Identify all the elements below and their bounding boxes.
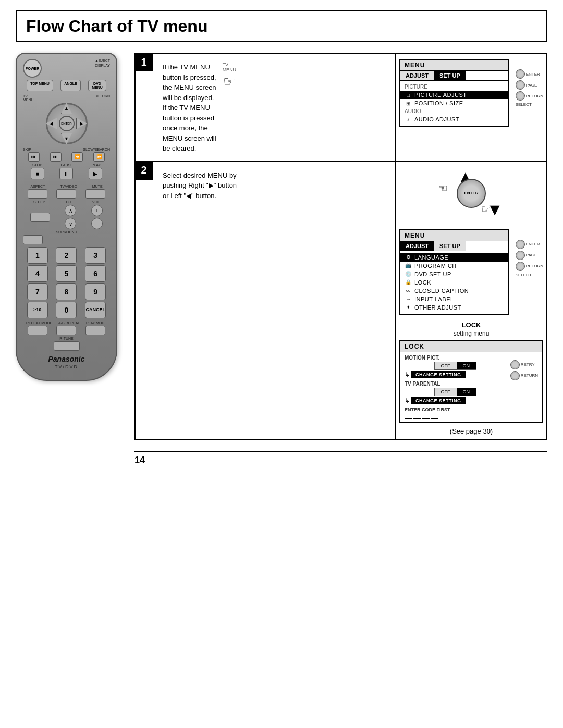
menu-setup-screen-container: MENU ADJUST SET UP — [399, 229, 512, 315]
power-label: POWER — [26, 67, 39, 70]
program-ch-item[interactable]: 📺 PROGRAM CH — [400, 262, 508, 270]
play-mode-button[interactable] — [85, 326, 105, 335]
other-adjust-icon: ✦ — [405, 304, 412, 310]
num-0-button[interactable]: 0 — [56, 302, 77, 318]
select-nav-item: SELECT — [516, 102, 543, 107]
num-6-button[interactable]: 6 — [85, 265, 106, 282]
vol-down-button[interactable]: − — [91, 218, 103, 229]
sleep-button[interactable] — [30, 213, 50, 222]
num-2-button[interactable]: 2 — [56, 247, 77, 264]
setup-tab[interactable]: SET UP — [434, 71, 466, 80]
position-size-item[interactable]: ⊞ POSITION / SIZE — [400, 99, 508, 107]
motion-on-label: ON — [463, 363, 470, 368]
adjust-tab[interactable]: ADJUST — [400, 71, 434, 80]
top-menu-button[interactable]: TOP MENU — [27, 80, 53, 91]
ab-repeat-button[interactable] — [56, 326, 76, 335]
pause-button[interactable]: ⏸ — [59, 168, 73, 179]
motion-off-label: OFF — [441, 363, 450, 368]
num-9-button[interactable]: 9 — [85, 283, 106, 300]
eject-label: ▲EJECT — [95, 59, 110, 63]
num-4-label: 4 — [35, 269, 40, 278]
num-2-label: 2 — [65, 251, 69, 260]
parental-change-button[interactable]: CHANGE SETTING — [411, 397, 466, 404]
lock-screen: LOCK MOTION PICT. OFF — [399, 340, 543, 423]
num-3-button[interactable]: 3 — [85, 247, 106, 264]
enter-nav-circle[interactable] — [516, 69, 525, 79]
closed-caption-item[interactable]: cc CLOSED CAPTION — [400, 287, 508, 295]
enter-button[interactable]: ENTER — [59, 116, 75, 131]
step1-number: 1 — [134, 53, 153, 71]
stop-button[interactable]: ■ — [31, 168, 44, 179]
num-1-button[interactable]: 1 — [27, 247, 48, 264]
page-title: Flow Chart of TV menu — [26, 17, 207, 35]
return-nav-circle[interactable] — [516, 91, 525, 101]
parental-arrow-icon: ↳ — [405, 397, 410, 404]
tv-video-button[interactable] — [56, 189, 76, 199]
motion-off-button[interactable]: OFF — [434, 362, 457, 370]
surround-button[interactable] — [23, 235, 43, 244]
lock-item[interactable]: 🔒 LOCK — [400, 278, 508, 287]
motion-change-button[interactable]: CHANGE SETTING — [411, 371, 466, 378]
model-text: TV/DVD — [55, 364, 78, 369]
dvd-setup-item[interactable]: 💿 DVD SET UP — [400, 270, 508, 278]
top-right-labels: ▲EJECT DISPLAY — [95, 59, 110, 67]
rewind-button[interactable]: ⏪ — [71, 152, 83, 162]
surround-btn-row — [23, 235, 110, 244]
parental-on-button[interactable]: ON — [457, 388, 477, 396]
ch-down-button[interactable]: ∨ — [65, 218, 76, 229]
ch-up-button[interactable]: ∧ — [65, 205, 76, 216]
code-dash-3 — [422, 413, 430, 419]
parental-off-button[interactable]: OFF — [434, 388, 457, 396]
dvd-setup-icon: 💿 — [405, 271, 412, 277]
numpad-row1: 1 2 3 — [23, 247, 110, 264]
cancel-button[interactable]: CANCEL — [85, 302, 106, 318]
rtune-button[interactable] — [54, 341, 80, 351]
aspect-button[interactable] — [28, 189, 47, 199]
bottom-btns-labels: REPEAT MODE A-B REPEAT PLAY MODE — [23, 321, 110, 325]
mute-button[interactable] — [85, 189, 105, 199]
lock-title: LOCK — [399, 321, 543, 329]
num-4-button[interactable]: 4 — [27, 265, 48, 282]
setup-setup-tab[interactable]: SET UP — [434, 241, 466, 251]
ge10-button[interactable]: ≥10 — [27, 302, 48, 318]
parental-off-label: OFF — [441, 389, 450, 394]
next-button[interactable]: ⏭ — [50, 152, 62, 162]
play-button[interactable]: ▶ — [89, 168, 102, 179]
picture-adjust-item[interactable]: □ PICTURE ADJUST — [400, 91, 508, 99]
audio-adjust-item[interactable]: ♪ AUDIO ADJUST — [400, 115, 508, 124]
num-5-button[interactable]: 5 — [56, 265, 77, 282]
lock-retry-circle[interactable] — [510, 360, 520, 369]
lock-screen-body: MOTION PICT. OFF ON — [400, 352, 542, 422]
ffwd-button[interactable]: ⏩ — [93, 152, 105, 162]
dvd-menu-button[interactable]: DVD MENU — [88, 80, 106, 91]
page-nav2-circle[interactable] — [516, 251, 525, 260]
enter-nav2-circle[interactable] — [516, 240, 525, 249]
angle-button[interactable]: ANGLE — [60, 80, 81, 91]
input-label-icon: → — [405, 296, 412, 302]
num-8-button[interactable]: 8 — [56, 283, 77, 300]
setup-adjust-tab[interactable]: ADJUST — [400, 241, 434, 251]
ch-label: CH — [66, 200, 71, 204]
vol-up-button[interactable]: + — [91, 205, 103, 216]
menu-adjust-screen: MENU ADJUST SET UP — [399, 59, 509, 127]
prev-button[interactable]: ⏮ — [28, 152, 40, 162]
code-dash-4 — [431, 413, 438, 419]
return-nav2-circle[interactable] — [516, 262, 525, 271]
num-7-button[interactable]: 7 — [27, 283, 48, 300]
power-button[interactable]: POWER — [23, 59, 42, 78]
repeat-mode-button[interactable] — [28, 326, 47, 335]
input-label-item[interactable]: → INPUT LABEL — [400, 295, 508, 303]
page-nav-circle[interactable] — [516, 80, 525, 90]
other-adjust-item[interactable]: ✦ OTHER ADJUST — [400, 303, 508, 312]
language-item[interactable]: ⚙ LANGUAGE — [400, 253, 508, 262]
select-nav-label: SELECT — [516, 102, 532, 107]
aspect-row-btns — [23, 189, 110, 199]
motion-on-button[interactable]: ON — [457, 362, 477, 370]
rtune-text: R-TUNE — [59, 337, 73, 340]
step2-number: 2 — [134, 161, 153, 180]
lock-return-circle[interactable] — [510, 371, 520, 380]
enter-nav2-item: ENTER — [516, 240, 543, 249]
lock-body-content: MOTION PICT. OFF ON — [405, 355, 506, 419]
brand-name: Panasonic — [48, 355, 84, 363]
menu-adjust-body: PICTURE □ PICTURE ADJUST ⊞ POSITION / SI… — [400, 81, 508, 126]
